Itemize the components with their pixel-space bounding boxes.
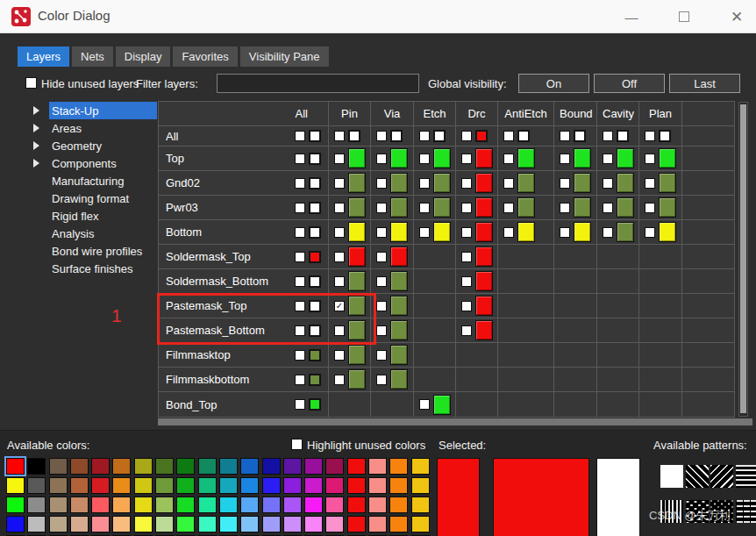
visibility-checkbox[interactable] [419, 178, 430, 189]
color-swatch[interactable] [390, 222, 408, 242]
visibility-checkbox[interactable] [334, 375, 345, 385]
color-swatch[interactable] [475, 222, 493, 242]
visibility-checkbox[interactable] [603, 154, 613, 164]
visibility-checkbox[interactable] [461, 325, 472, 336]
visibility-checkbox[interactable] [334, 203, 345, 213]
visibility-checkbox[interactable] [295, 350, 305, 361]
pattern-swatch-solid[interactable] [660, 465, 683, 488]
sidebar-item-manufacturing[interactable]: Manufacturing [25, 172, 157, 189]
close-button[interactable]: ✕ [717, 0, 756, 33]
visibility-checkbox[interactable] [295, 203, 305, 213]
color-swatch[interactable] [309, 275, 321, 288]
color-swatch[interactable] [309, 374, 321, 386]
global-visibility-off-button[interactable]: Off [594, 74, 665, 93]
color-swatch[interactable] [309, 130, 321, 142]
color-swatch[interactable] [475, 320, 493, 340]
selected-swatch[interactable] [596, 458, 640, 536]
color-swatch[interactable] [517, 197, 535, 218]
horizontal-scrollbar[interactable] [158, 418, 752, 425]
visibility-checkbox[interactable] [376, 350, 387, 361]
visibility-checkbox[interactable] [560, 154, 570, 164]
visibility-checkbox[interactable] [645, 227, 655, 238]
sidebar-item-geometry[interactable]: Geometry [25, 137, 157, 154]
tab-display[interactable]: Display [116, 46, 171, 67]
color-swatch[interactable] [659, 148, 676, 168]
visibility-checkbox[interactable] [461, 131, 472, 141]
visibility-checkbox[interactable] [295, 252, 305, 262]
visibility-checkbox[interactable] [295, 131, 305, 141]
visibility-checkbox[interactable] [419, 131, 430, 141]
visibility-checkbox[interactable]: ✓ [334, 301, 345, 311]
expand-arrow-icon[interactable] [33, 159, 39, 168]
hide-unused-layers-checkbox[interactable] [25, 77, 37, 89]
color-swatch[interactable] [348, 296, 366, 316]
color-swatch[interactable] [433, 197, 451, 218]
visibility-checkbox[interactable] [295, 227, 305, 238]
visibility-checkbox[interactable] [503, 203, 514, 213]
visibility-checkbox[interactable] [560, 203, 570, 213]
color-swatch[interactable] [390, 148, 408, 168]
color-swatch[interactable] [574, 173, 591, 193]
visibility-checkbox[interactable] [376, 375, 387, 385]
expand-arrow-icon[interactable] [33, 141, 39, 150]
visibility-checkbox[interactable] [295, 178, 305, 189]
visibility-checkbox[interactable] [295, 399, 305, 410]
tab-layers[interactable]: Layers [18, 46, 69, 67]
color-swatch[interactable] [348, 320, 366, 340]
color-swatch[interactable] [309, 202, 321, 214]
color-swatch[interactable] [617, 130, 629, 142]
global-visibility-on-button[interactable]: On [518, 74, 589, 93]
color-swatch[interactable] [348, 369, 366, 389]
visibility-checkbox[interactable] [645, 178, 655, 189]
sidebar-item-areas[interactable]: Areas [25, 119, 157, 137]
visibility-checkbox[interactable] [461, 301, 472, 311]
pattern-swatch-diag-back[interactable] [686, 465, 709, 488]
color-swatch[interactable] [433, 173, 451, 193]
visibility-checkbox[interactable] [376, 203, 387, 213]
visibility-checkbox[interactable] [603, 131, 613, 141]
color-swatch[interactable] [475, 197, 493, 218]
color-swatch[interactable] [348, 271, 366, 291]
visibility-checkbox[interactable] [503, 154, 514, 164]
visibility-checkbox[interactable] [376, 227, 387, 238]
color-swatch[interactable] [475, 247, 493, 267]
pattern-swatch-hlines[interactable] [736, 465, 756, 488]
color-swatch[interactable] [390, 271, 408, 291]
color-swatch[interactable] [390, 296, 408, 316]
color-swatch[interactable] [659, 173, 676, 193]
color-swatch[interactable] [309, 226, 321, 239]
color-swatch[interactable] [390, 197, 408, 218]
visibility-checkbox[interactable] [560, 131, 570, 141]
color-swatch[interactable] [390, 369, 408, 389]
visibility-checkbox[interactable] [295, 154, 305, 164]
visibility-checkbox[interactable] [334, 276, 345, 287]
visibility-checkbox[interactable] [376, 325, 387, 336]
visibility-checkbox[interactable] [503, 178, 514, 189]
minimize-button[interactable]: — [612, 0, 651, 33]
color-swatch[interactable] [348, 345, 366, 365]
visibility-checkbox[interactable] [376, 276, 387, 287]
visibility-checkbox[interactable] [334, 252, 345, 262]
visibility-checkbox[interactable] [603, 227, 613, 238]
color-swatch[interactable] [617, 148, 634, 168]
visibility-checkbox[interactable] [419, 203, 430, 213]
color-swatch[interactable] [617, 222, 634, 242]
vertical-scrollbar-thumb[interactable] [740, 104, 746, 413]
sidebar-item-drawing-format[interactable]: Drawing format [25, 189, 157, 207]
visibility-checkbox[interactable] [419, 227, 430, 238]
filter-layers-input[interactable] [217, 74, 419, 93]
visibility-checkbox[interactable] [645, 131, 655, 141]
pattern-swatch-dashes[interactable] [736, 500, 756, 523]
color-swatch[interactable] [309, 177, 321, 189]
expand-arrow-icon[interactable] [33, 124, 39, 132]
visibility-checkbox[interactable] [376, 131, 387, 141]
color-swatch[interactable] [475, 173, 493, 193]
visibility-checkbox[interactable] [334, 178, 345, 189]
sidebar-item-analysis[interactable]: Analysis [25, 225, 157, 242]
visibility-checkbox[interactable] [295, 375, 305, 385]
visibility-checkbox[interactable] [645, 203, 655, 213]
visibility-checkbox[interactable] [645, 154, 655, 164]
sidebar-item-stack-up[interactable]: Stack-Up [25, 102, 157, 119]
vertical-scrollbar[interactable] [738, 102, 748, 417]
color-swatch[interactable] [433, 395, 451, 415]
